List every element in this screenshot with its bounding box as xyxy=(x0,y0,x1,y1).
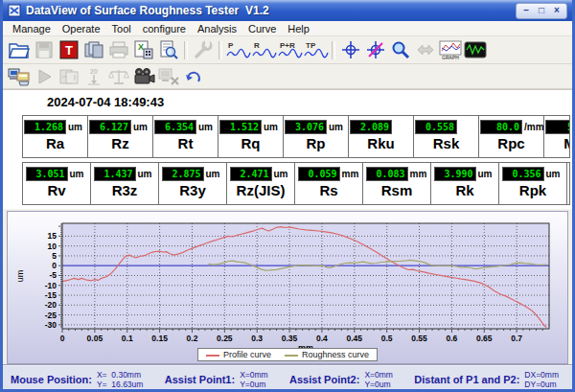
maximize-button[interactable]: □ xyxy=(535,5,548,17)
menu-help[interactable]: Help xyxy=(282,23,315,35)
svg-text:-25: -25 xyxy=(45,311,58,320)
menu-analysis[interactable]: Analysis xyxy=(192,23,242,35)
upload-data-icon[interactable] xyxy=(7,65,32,88)
param-name: Rku xyxy=(349,135,413,151)
param-name: Mr1 xyxy=(544,135,570,151)
svg-text:15: 15 xyxy=(48,231,58,241)
title-bar[interactable]: DataView of Surface Roughness Tester V1.… xyxy=(3,0,572,21)
status-values: DX=0mmDY=0um xyxy=(524,370,559,389)
status-mouse-position: Mouse Position:X= 0.30mmY= 16.63um xyxy=(11,370,143,389)
param-name: Rsm xyxy=(363,182,430,198)
status-assist-point2: Assist Point2:X=0mmY=0um xyxy=(289,370,393,389)
minimize-button[interactable]: – xyxy=(519,5,533,17)
menu-operate[interactable]: Operate xyxy=(57,23,106,35)
measurement-rzjis: 2.471umRz(JIS) xyxy=(227,163,295,204)
svg-text:T: T xyxy=(65,43,73,58)
measurement-rsk: 0.558Rsk xyxy=(414,116,479,157)
svg-text:um: um xyxy=(15,270,25,283)
graph-icon[interactable]: GRAPH xyxy=(438,38,463,61)
unit-label: um xyxy=(198,122,217,132)
run-icon xyxy=(32,65,57,88)
open-file-icon[interactable] xyxy=(7,38,32,61)
oscilloscope-icon[interactable] xyxy=(463,38,488,61)
led-value: 2.471 xyxy=(230,167,272,181)
svg-text:0.4: 0.4 xyxy=(316,334,328,343)
led-value: 1.268 xyxy=(24,120,66,134)
zoom-tool-icon[interactable] xyxy=(388,38,413,61)
unit-label: /mm xyxy=(524,122,542,132)
pan-icon xyxy=(413,38,438,61)
svg-text:0.15: 0.15 xyxy=(151,334,168,343)
remove-assist-point-icon[interactable] xyxy=(363,38,388,61)
data-batch-icon[interactable] xyxy=(81,38,106,61)
measurement-row-2: 3.051umRv1.437umR3z2.875umR3y2.471umRz(J… xyxy=(22,162,570,205)
measurement-row-1: 1.268umRa6.127umRz6.354umRt1.512umRq3.07… xyxy=(22,115,570,158)
legend-roughness-curve: Roughness curve xyxy=(285,350,369,359)
svg-text:0.05: 0.05 xyxy=(87,334,104,343)
param-name: Rz(JIS) xyxy=(227,182,294,198)
measurement-rk: 3.990umRk xyxy=(431,163,499,204)
param-name: Rv xyxy=(23,182,90,198)
status-values: X=0mmY=0um xyxy=(364,370,393,389)
svg-text:X: X xyxy=(138,42,144,52)
menu-manage[interactable]: Manage xyxy=(7,23,57,35)
status-label: Mouse Position: xyxy=(11,374,92,385)
led-value: 1.437 xyxy=(94,167,136,181)
status-distance-p1-p2: Distant of P1 and P2:DX=0mmDY=0um xyxy=(414,370,559,389)
unit-label: um xyxy=(264,122,282,132)
measurement-rsm: 0.083mmRsm xyxy=(363,163,431,204)
unit-label: um xyxy=(274,169,292,179)
menu-configure[interactable]: configure xyxy=(137,23,192,35)
profile-curve-button[interactable]: P xyxy=(225,38,251,61)
led-value: 3.051 xyxy=(26,167,68,181)
timestamp: 2024-07-04 18:49:43 xyxy=(47,95,164,109)
profile-roughness-curve-button[interactable]: P+R xyxy=(277,38,303,61)
unit-label: mm xyxy=(342,169,360,179)
measurement-rpk: 0.356umRpk xyxy=(499,163,567,204)
svg-text:0.65: 0.65 xyxy=(476,334,493,343)
roughness-curve-button[interactable]: R xyxy=(251,38,277,61)
menu-tool[interactable]: Tool xyxy=(106,23,137,35)
param-name: Rpc xyxy=(479,135,543,151)
tp-curve-button[interactable]: TP xyxy=(303,38,329,61)
measure-range-icon: 20 xyxy=(81,65,106,88)
export-report-icon[interactable]: X xyxy=(131,38,156,61)
roughness-chart[interactable]: 151050-5-10-15-20-25-3000.050.10.150.20.… xyxy=(8,212,569,363)
print-preview-icon[interactable] xyxy=(156,38,181,61)
timestamp-panel: 2024-07-04 18:49:43 xyxy=(3,89,572,113)
led-value: 5.9 xyxy=(545,120,570,134)
record-icon[interactable] xyxy=(131,65,156,88)
toolbar-separator xyxy=(218,41,222,59)
unit-label: um xyxy=(138,169,156,179)
led-value: 3.990 xyxy=(434,167,476,181)
led-value: 2.875 xyxy=(162,167,204,181)
param-name: Rz xyxy=(88,135,152,151)
svg-text:0.2: 0.2 xyxy=(187,334,198,343)
undo-icon[interactable] xyxy=(181,65,206,88)
chart-panel[interactable]: 151050-5-10-15-20-25-3000.050.10.150.20.… xyxy=(7,211,568,364)
text-display-icon[interactable]: T xyxy=(57,38,81,61)
close-button[interactable]: × xyxy=(550,5,564,17)
settings-wrench-icon xyxy=(191,38,216,61)
assist-point-icon[interactable] xyxy=(338,38,363,61)
param-name: Rk xyxy=(431,182,498,198)
led-value: 0.059 xyxy=(298,167,340,181)
toolbar-secondary: 20 xyxy=(3,64,572,89)
measurement-partial xyxy=(567,163,570,204)
param-name: Rq xyxy=(218,135,283,151)
menu-curve[interactable]: Curve xyxy=(242,23,282,35)
window-controls: – □ × xyxy=(516,3,567,19)
svg-text:-5: -5 xyxy=(49,270,57,280)
svg-text:0: 0 xyxy=(60,334,65,343)
app-window: DataView of Surface Roughness Tester V1.… xyxy=(0,0,575,392)
svg-text:10: 10 xyxy=(48,242,58,251)
svg-text:GRAPH: GRAPH xyxy=(442,55,459,60)
param-name: Rp xyxy=(284,135,348,151)
svg-text:20: 20 xyxy=(90,68,98,75)
measurement-rq: 1.512umRq xyxy=(218,116,284,157)
status-values: X=0mmY=0um xyxy=(240,370,268,389)
status-bar: Mouse Position:X= 0.30mmY= 16.63umAssist… xyxy=(3,364,572,392)
calibration-icon xyxy=(106,65,131,88)
param-name: Rsk xyxy=(414,135,478,151)
toolbar-separator xyxy=(184,41,188,59)
